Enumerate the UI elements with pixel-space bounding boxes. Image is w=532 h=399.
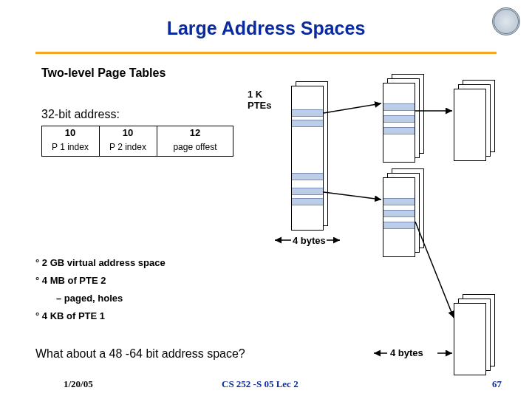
svg-line-2 (324, 103, 381, 113)
svg-line-5 (415, 222, 454, 318)
footer-page: 67 (492, 378, 502, 390)
arrows (0, 0, 532, 399)
bullet-1: ° 2 GB virtual address space (35, 257, 166, 268)
svg-line-3 (324, 192, 381, 200)
bullet-3: ° 4 KB of PTE 1 (35, 310, 105, 321)
bullet-2: ° 4 MB of PTE 2 (35, 275, 106, 286)
question: What about a 48 -64 bit address space? (35, 347, 245, 361)
footer-date: 1/20/05 (64, 378, 93, 390)
footer-course: CS 252 -S 05 Lec 2 (222, 378, 299, 390)
bullet-2-sub: – paged, holes (56, 293, 123, 304)
